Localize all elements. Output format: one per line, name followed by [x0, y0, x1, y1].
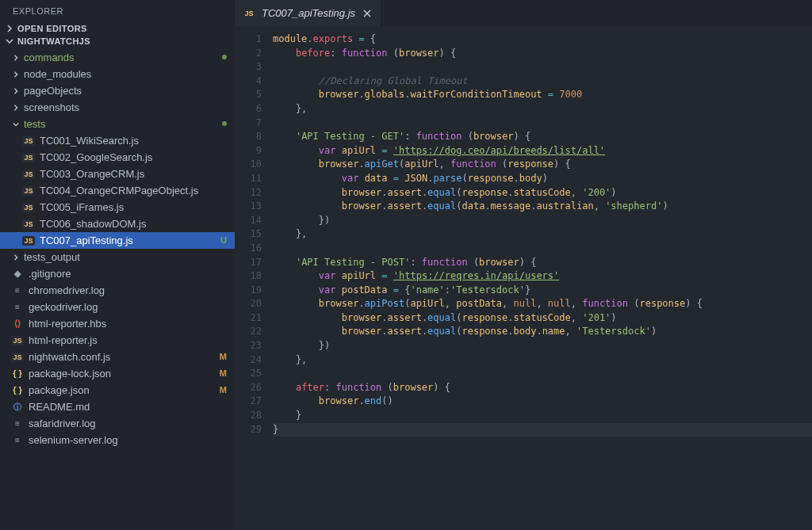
js-file-icon: JS	[22, 203, 35, 212]
file-item[interactable]: JSnightwatch.conf.jsM	[0, 349, 235, 365]
code-line[interactable]: }	[273, 423, 812, 437]
tree-item-label: TC004_OrangeCRMPageObject.js	[40, 182, 227, 199]
code-line[interactable]: },	[273, 353, 812, 368]
line-number: 9	[235, 144, 262, 158]
code-line[interactable]: browser.assert.equal(response.statusCode…	[273, 186, 812, 200]
tree-item-label: node_modules	[24, 66, 227, 82]
log-file-icon: ≡	[11, 418, 24, 430]
code-line[interactable]	[273, 116, 812, 131]
chevron-down-icon	[11, 121, 21, 128]
js-file-icon: JS	[11, 336, 24, 345]
folder-item[interactable]: node_modules	[0, 66, 235, 82]
project-section[interactable]: NIGHTWATCHJS	[0, 35, 235, 48]
code-line[interactable]: }	[273, 409, 812, 423]
code-line[interactable]: browser.apiGet(apiUrl, function (respons…	[273, 158, 812, 172]
chevron-right-icon	[5, 24, 14, 33]
line-number: 12	[235, 186, 262, 200]
git-status-badge: M	[220, 382, 227, 398]
code-line[interactable]	[273, 367, 812, 381]
file-item[interactable]: JSTC005_iFrames.js	[0, 199, 235, 215]
file-item[interactable]: JSTC002_GoogleSearch.js	[0, 149, 235, 166]
tree-item-label: TC006_shadowDOM.js	[40, 215, 227, 232]
code-line[interactable]: browser.end()	[273, 395, 812, 409]
file-item[interactable]: JSTC007_apiTesting.jsU	[0, 232, 235, 249]
json-file-icon: { }	[11, 368, 24, 380]
code-line[interactable]: 'API Testing - POST': function (browser)…	[273, 256, 812, 270]
tree-item-label: html-reporter.hbs	[29, 315, 227, 332]
js-file-icon: JS	[11, 353, 24, 362]
line-number: 11	[235, 172, 262, 186]
code-line[interactable]: //Declaring Global Timeout	[273, 74, 812, 89]
folder-item[interactable]: tests	[0, 116, 235, 132]
git-status-badge: U	[220, 232, 227, 249]
code-line[interactable]: 'API Testing - GET': function (browser) …	[273, 130, 812, 144]
log-file-icon: ≡	[11, 434, 24, 447]
line-number: 5	[235, 88, 262, 102]
file-item[interactable]: JSTC004_OrangeCRMPageObject.js	[0, 182, 235, 199]
line-number-gutter: 1234567891011121314151617181920212223242…	[235, 26, 273, 530]
code-area[interactable]: 1234567891011121314151617181920212223242…	[235, 26, 812, 530]
code-line[interactable]: browser.globals.waitForConditionTimeout …	[273, 88, 812, 102]
line-number: 7	[235, 116, 262, 131]
code-line[interactable]: var apiUrl = 'https://dog.ceo/api/breeds…	[273, 144, 812, 158]
file-item[interactable]: ≡safaridriver.log	[0, 415, 235, 432]
file-item[interactable]: JSTC003_OrangeCRM.js	[0, 166, 235, 182]
close-icon[interactable]	[362, 8, 373, 19]
js-file-icon: JS	[22, 186, 35, 196]
file-item[interactable]: ⟨⟩html-reporter.hbs	[0, 315, 235, 332]
code-line[interactable]: browser.assert.equal(data.message.austra…	[273, 200, 812, 214]
tree-item-label: README.md	[29, 398, 227, 415]
tree-item-label: TC005_iFrames.js	[40, 199, 227, 215]
tree-item-label: commands	[24, 49, 220, 66]
chevron-right-icon	[11, 88, 21, 94]
chevron-right-icon	[11, 71, 21, 78]
folder-item[interactable]: commands	[0, 49, 235, 66]
editor-tab[interactable]: JS TC007_apiTesting.js	[235, 0, 381, 26]
js-file-icon: JS	[243, 9, 255, 18]
code-line[interactable]: browser.apiPost(apiUrl, postData, null, …	[273, 297, 812, 311]
code-line[interactable]	[273, 60, 812, 74]
tree-item-label: pageObjects	[24, 82, 227, 99]
file-item[interactable]: JSTC001_WikiSearch.js	[0, 132, 235, 149]
code-line[interactable]: })	[273, 339, 812, 353]
line-number: 28	[235, 409, 262, 423]
folder-item[interactable]: tests_output	[0, 249, 235, 265]
gitignore-file-icon: ◆	[11, 268, 24, 280]
code-line[interactable]: var apiUrl = 'https://reqres.in/api/user…	[273, 269, 812, 284]
code-line[interactable]	[273, 242, 812, 256]
code-line[interactable]: var data = JSON.parse(response.body)	[273, 172, 812, 186]
file-item[interactable]: ◆.gitignore	[0, 265, 235, 282]
line-number: 14	[235, 214, 262, 228]
code-line[interactable]: browser.assert.equal(response.body.name,…	[273, 325, 812, 339]
folder-item[interactable]: pageObjects	[0, 82, 235, 99]
open-editors-label: OPEN EDITORS	[17, 24, 87, 33]
line-number: 24	[235, 353, 262, 368]
open-editors-section[interactable]: OPEN EDITORS	[0, 22, 235, 35]
code-line[interactable]: browser.assert.equal(response.statusCode…	[273, 311, 812, 326]
tree-item-label: chromedriver.log	[29, 282, 227, 299]
file-item[interactable]: JSTC006_shadowDOM.js	[0, 215, 235, 232]
explorer-sidebar: EXPLORER OPEN EDITORS NIGHTWATCHJS comma…	[0, 0, 235, 530]
line-number: 26	[235, 381, 262, 395]
tree-item-label: tests_output	[24, 249, 227, 265]
file-item[interactable]: ≡selenium-server.log	[0, 432, 235, 448]
file-item[interactable]: ≡chromedriver.log	[0, 282, 235, 299]
file-item[interactable]: ≡geckodriver.log	[0, 299, 235, 315]
line-number: 29	[235, 423, 262, 437]
line-number: 20	[235, 297, 262, 311]
code-line[interactable]: },	[273, 227, 812, 242]
log-file-icon: ≡	[11, 301, 24, 314]
code-line[interactable]: module.exports = {	[273, 32, 812, 47]
code-content[interactable]: module.exports = { before: function (bro…	[273, 26, 812, 530]
code-line[interactable]: before: function (browser) {	[273, 47, 812, 61]
file-item[interactable]: { }package.jsonM	[0, 382, 235, 398]
code-line[interactable]: })	[273, 214, 812, 228]
file-item[interactable]: JShtml-reporter.js	[0, 332, 235, 349]
file-item[interactable]: { }package-lock.jsonM	[0, 365, 235, 382]
js-file-icon: JS	[22, 170, 35, 179]
code-line[interactable]: },	[273, 102, 812, 116]
folder-item[interactable]: screenshots	[0, 99, 235, 116]
code-line[interactable]: var postData = {'name':'Testersdock'}	[273, 284, 812, 298]
code-line[interactable]: after: function (browser) {	[273, 381, 812, 395]
file-item[interactable]: ⓘREADME.md	[0, 398, 235, 415]
